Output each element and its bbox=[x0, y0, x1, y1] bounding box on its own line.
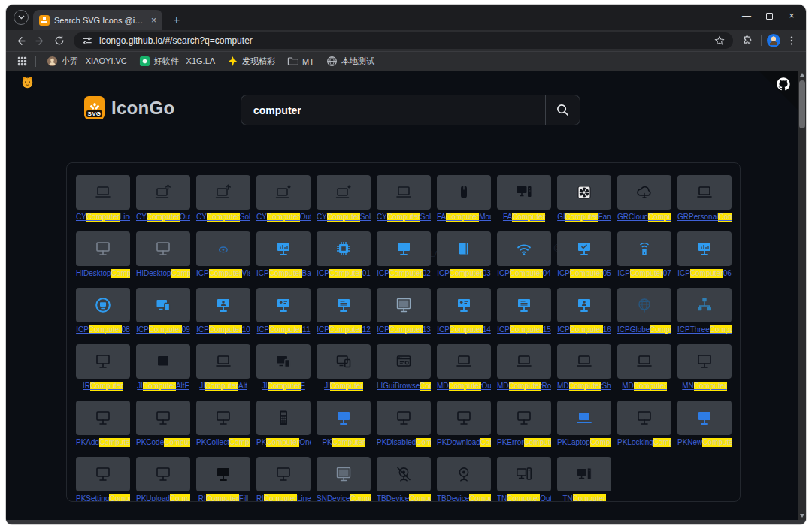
vertical-scrollbar[interactable] bbox=[798, 71, 806, 520]
icon-name-link[interactable]: TNComputerOutline bbox=[497, 494, 551, 502]
icon-name-link[interactable]: GRPersonalComputer bbox=[677, 213, 732, 222]
laptopDot-icon[interactable] bbox=[256, 175, 311, 210]
pc-icon[interactable] bbox=[497, 457, 551, 491]
monitorList-icon[interactable] bbox=[497, 288, 551, 322]
reload-icon[interactable] bbox=[51, 32, 68, 49]
icon-name-link[interactable]: ICPComputer10 bbox=[196, 325, 250, 334]
laptopArrow-icon[interactable] bbox=[136, 175, 190, 210]
monitorBar-icon[interactable] bbox=[256, 231, 311, 266]
circMonitor-icon[interactable] bbox=[76, 288, 130, 322]
bookmark-item[interactable]: 本地测试 bbox=[321, 54, 380, 68]
wifiBox-icon[interactable] bbox=[617, 231, 671, 266]
squareFill-icon[interactable] bbox=[136, 344, 190, 379]
monitor-icon[interactable] bbox=[377, 401, 431, 435]
monitor-icon[interactable] bbox=[136, 401, 190, 435]
laptop-icon[interactable] bbox=[617, 344, 671, 379]
icon-name-link[interactable]: ICPComputer13 bbox=[377, 325, 431, 334]
icon-name-link[interactable]: CYComputerSolidAlerted bbox=[196, 213, 250, 222]
icon-name-link[interactable]: ICPComputer11 bbox=[256, 325, 311, 334]
icon-name-link[interactable]: MDComputerOutline bbox=[437, 382, 491, 391]
monitorBar-icon[interactable] bbox=[677, 231, 732, 266]
monitor-icon[interactable] bbox=[136, 457, 190, 491]
icon-name-link[interactable]: GRCloudComputer bbox=[617, 213, 671, 222]
monitorFill-icon[interactable] bbox=[317, 401, 371, 435]
icon-name-link[interactable]: HIDesktopComputer bbox=[76, 269, 130, 278]
webcam-icon[interactable] bbox=[437, 457, 491, 491]
laptopArrow-icon[interactable] bbox=[196, 175, 250, 210]
monitorPerson-icon[interactable] bbox=[196, 288, 250, 322]
monitorFramed-icon[interactable] bbox=[317, 457, 371, 491]
icon-name-link[interactable]: LIGuiBrowseComputer bbox=[377, 382, 431, 391]
icon-name-link[interactable]: FAComputer bbox=[497, 213, 551, 222]
cloud-icon[interactable] bbox=[617, 175, 671, 210]
laptop-icon[interactable] bbox=[677, 175, 732, 210]
tab-search-chevron-icon[interactable] bbox=[14, 10, 29, 25]
laptopDot-icon[interactable] bbox=[317, 175, 371, 210]
icon-name-link[interactable]: HIDesktopComputer bbox=[136, 269, 190, 278]
profile-avatar[interactable] bbox=[767, 34, 780, 47]
scroll-up-icon[interactable] bbox=[800, 73, 804, 77]
icon-name-link[interactable]: ICPComputer06 bbox=[677, 269, 732, 278]
icon-name-link[interactable]: PKComputerOne bbox=[256, 438, 311, 447]
bookmark-item[interactable]: MT bbox=[282, 54, 320, 68]
icon-name-link[interactable]: ICPComputer03 bbox=[437, 269, 491, 278]
icon-name-link[interactable]: ICPComputer01 bbox=[317, 269, 371, 278]
monitorFramed-icon[interactable] bbox=[377, 288, 431, 322]
brand[interactable]: SVG IconGo bbox=[84, 96, 174, 119]
calc-icon[interactable] bbox=[256, 401, 311, 435]
chip-icon[interactable] bbox=[317, 231, 371, 266]
globe-icon[interactable] bbox=[617, 288, 671, 322]
monitor-icon[interactable] bbox=[76, 231, 130, 266]
icon-name-link[interactable]: ICPComputer05 bbox=[557, 269, 611, 278]
webcamOff-icon[interactable] bbox=[377, 457, 431, 491]
icon-name-link[interactable]: ICPThreeComputer bbox=[677, 325, 732, 334]
icon-name-link[interactable]: MDComputer bbox=[617, 382, 671, 391]
icon-name-link[interactable]: CYComputerLine bbox=[76, 213, 130, 222]
address-bar[interactable]: icongo.github.io/#/search?q=computer bbox=[74, 32, 733, 49]
icon-name-link[interactable]: SNDeviceComputer bbox=[317, 494, 371, 502]
laptop-icon[interactable] bbox=[377, 175, 431, 210]
new-tab-button[interactable]: + bbox=[168, 11, 185, 27]
icon-name-link[interactable]: RIComputerLine bbox=[256, 494, 311, 502]
monitorFill-icon[interactable] bbox=[196, 457, 250, 491]
monitor-icon[interactable] bbox=[437, 401, 491, 435]
search-button[interactable] bbox=[545, 95, 580, 125]
icon-name-link[interactable]: PKDownloadComputer bbox=[437, 438, 491, 447]
monitor-icon[interactable] bbox=[76, 344, 130, 379]
icon-name-link[interactable]: JIComputer bbox=[317, 382, 371, 391]
window-minimize-button[interactable]: — bbox=[735, 5, 758, 27]
laptop-icon[interactable] bbox=[557, 344, 611, 379]
icon-name-link[interactable]: ICPComputer14 bbox=[437, 325, 491, 334]
pcFill-icon[interactable] bbox=[557, 457, 611, 491]
icon-name-link[interactable]: CYComputerOutlineBadged bbox=[256, 213, 311, 222]
icon-name-link[interactable]: JIComputerF bbox=[256, 382, 311, 391]
icon-name-link[interactable]: RIComputerFill bbox=[196, 494, 250, 502]
site-controls-icon[interactable] bbox=[81, 32, 93, 49]
icon-name-link[interactable]: ICPComputer08 bbox=[76, 325, 130, 334]
icon-name-link[interactable]: TBDeviceComputer bbox=[437, 494, 491, 502]
browser-icon[interactable] bbox=[377, 344, 431, 379]
monitorDot-icon[interactable] bbox=[437, 288, 491, 322]
extensions-icon[interactable] bbox=[739, 32, 756, 49]
monitor-icon[interactable] bbox=[136, 231, 190, 266]
icon-name-link[interactable]: PKLockingComputer bbox=[617, 438, 671, 447]
laptop-icon[interactable] bbox=[196, 344, 250, 379]
icon-name-link[interactable]: PKLaptopComputer bbox=[557, 438, 611, 447]
devices-icon[interactable] bbox=[317, 344, 371, 379]
monitor-icon[interactable] bbox=[76, 401, 130, 435]
icon-name-link[interactable]: CYComputerOutlineAlerted bbox=[136, 213, 190, 222]
monitorFill-icon[interactable] bbox=[377, 231, 431, 266]
monitorTower-icon[interactable] bbox=[497, 175, 551, 210]
horizontal-scrollbar-track[interactable] bbox=[6, 520, 806, 524]
back-icon[interactable] bbox=[12, 32, 29, 49]
icon-name-link[interactable]: ICPComputerVision bbox=[196, 269, 250, 278]
icon-name-link[interactable]: TBDeviceComputer bbox=[377, 494, 431, 502]
icon-name-link[interactable]: PKComputer bbox=[317, 438, 371, 447]
wifi-icon[interactable] bbox=[497, 231, 551, 266]
monitor-icon[interactable] bbox=[497, 401, 551, 435]
browser-tab[interactable]: Search SVG Icons @icongo × bbox=[33, 10, 162, 30]
bookmark-item[interactable]: 小羿 - XIAOYI.VC bbox=[41, 54, 132, 68]
icon-name-link[interactable]: ICPComputer16 bbox=[557, 325, 611, 334]
icon-name-link[interactable]: ICPComputer07 bbox=[617, 269, 671, 278]
tree-icon[interactable] bbox=[677, 288, 732, 322]
